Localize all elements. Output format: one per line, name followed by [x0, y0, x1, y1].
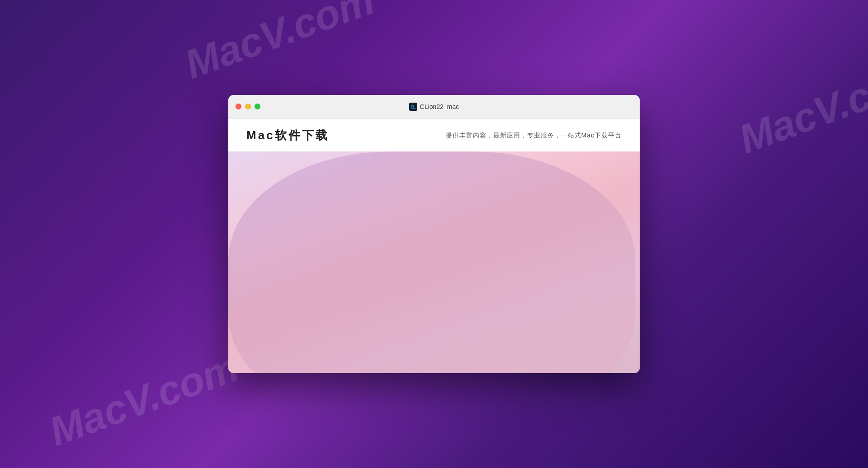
dmg-area: CL CLion 拖动到右边完成安装: [228, 151, 640, 373]
app-window: CL CLion22_mac Mac软件下载 提供丰富内容，最新应用，专业服务，…: [228, 95, 640, 373]
site-title: Mac软件下载: [246, 128, 329, 143]
close-button[interactable]: [236, 104, 241, 109]
bg-wave-1: [228, 151, 635, 373]
header-bar: Mac软件下载 提供丰富内容，最新应用，专业服务，一站式Mac下载平台: [228, 118, 640, 151]
window-title-text: CLion22_mac: [420, 103, 459, 110]
minimize-button[interactable]: [245, 104, 251, 109]
window-app-icon: CL: [409, 103, 417, 111]
watermark-topright: MacV.cc: [733, 65, 868, 163]
svg-text:CL: CL: [410, 105, 415, 109]
titlebar: CL CLion22_mac: [228, 95, 640, 118]
traffic-lights: [236, 104, 260, 109]
watermark-topleft: MacV.com: [179, 0, 381, 88]
window-title-area: CL CLion22_mac: [409, 103, 459, 111]
site-subtitle: 提供丰富内容，最新应用，专业服务，一站式Mac下载平台: [446, 132, 622, 140]
watermark-bottomleft: MacV.com: [43, 344, 245, 455]
maximize-button[interactable]: [255, 104, 260, 109]
